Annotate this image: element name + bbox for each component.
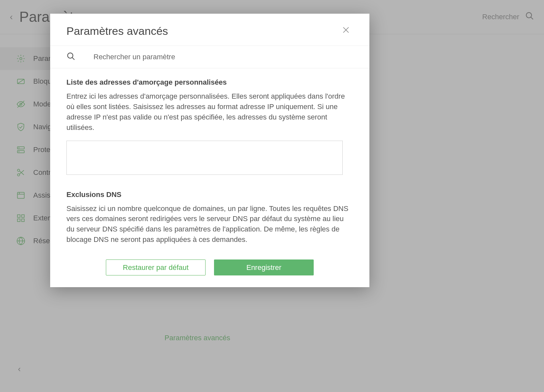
dialog-title: Paramètres avancés <box>66 25 339 37</box>
section-title-bootstrap: Liste des adresses d'amorçage personnali… <box>66 78 353 87</box>
save-button[interactable]: Enregistrer <box>214 259 314 275</box>
restore-defaults-button[interactable]: Restaurer par défaut <box>106 259 206 275</box>
search-icon <box>66 52 76 62</box>
section-desc-dns: Saisissez ici un nombre quelconque de do… <box>66 203 353 245</box>
dialog-search-input[interactable] <box>93 53 353 61</box>
dialog-footer: Restaurer par défaut Enregistrer <box>50 255 369 287</box>
bootstrap-addresses-input[interactable] <box>66 141 343 175</box>
svg-point-26 <box>68 53 73 58</box>
svg-line-27 <box>72 58 75 60</box>
section-desc-bootstrap: Entrez ici les adresses d'amorçage perso… <box>66 91 353 133</box>
dialog-search-row <box>50 46 369 68</box>
section-title-dns: Exclusions DNS <box>66 190 353 199</box>
dialog-header: Paramètres avancés <box>50 14 369 46</box>
advanced-settings-dialog: Paramètres avancés Liste des adresses d'… <box>50 14 369 287</box>
dialog-body: Liste des adresses d'amorçage personnali… <box>50 68 369 255</box>
close-icon[interactable] <box>339 23 353 39</box>
